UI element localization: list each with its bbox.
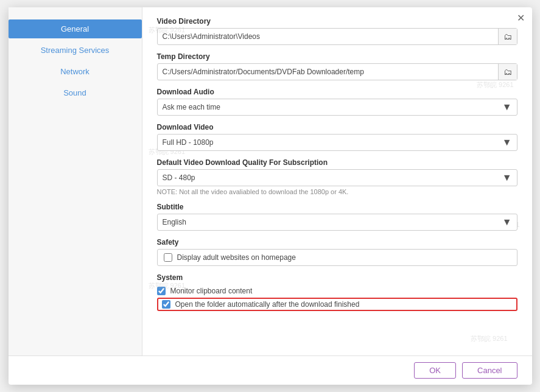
dropdown-arrow-icon: ▼: [497, 137, 517, 148]
open-folder-row: Open the folder automatically after the …: [157, 298, 517, 311]
safety-box: Display adult websites on homepage: [157, 249, 517, 266]
sidebar-item-sound[interactable]: Sound: [9, 83, 142, 102]
dropdown-arrow-icon: ▼: [497, 102, 517, 113]
system-group: System Monitor clipboard content Open th…: [157, 273, 517, 311]
temp-directory-input[interactable]: [158, 64, 498, 80]
watermark: 苏鄂皖 9261: [471, 334, 508, 343]
video-directory-row: 🗂: [157, 28, 517, 45]
dialog-footer: OK Cancel: [9, 355, 532, 385]
ok-button[interactable]: OK: [414, 362, 456, 379]
default-quality-select[interactable]: SD - 480p HD - 720p Full HD - 1080p 4K: [158, 170, 497, 186]
main-content: 苏鄂皖 9261 苏鄂皖 9261 苏鄂皖 9261 苏鄂皖 9261 苏鄂皖 …: [142, 7, 532, 355]
open-folder-checkbox[interactable]: [162, 300, 170, 309]
download-video-group: Download Video Full HD - 1080p HD - 720p…: [157, 123, 517, 151]
monitor-clipboard-label: Monitor clipboard content: [170, 287, 253, 295]
download-audio-select[interactable]: Ask me each time MP3 AAC Original: [158, 99, 497, 115]
download-audio-group: Download Audio Ask me each time MP3 AAC …: [157, 88, 517, 116]
download-video-select-row: Full HD - 1080p HD - 720p SD - 480p 4K ▼: [157, 134, 517, 151]
subtitle-select[interactable]: English Spanish French German: [158, 214, 497, 230]
adult-websites-label: Display adult websites on homepage: [177, 253, 296, 262]
sidebar-item-general[interactable]: General: [9, 19, 142, 38]
subtitle-label: Subtitle: [157, 203, 517, 211]
dropdown-arrow-icon: ▼: [497, 217, 517, 228]
download-audio-label: Download Audio: [157, 88, 517, 96]
subtitle-group: Subtitle English Spanish French German ▼: [157, 203, 517, 231]
monitor-clipboard-row: Monitor clipboard content: [157, 284, 517, 298]
video-directory-folder-btn[interactable]: 🗂: [498, 29, 517, 44]
download-video-select[interactable]: Full HD - 1080p HD - 720p SD - 480p 4K: [158, 135, 497, 150]
dialog-body: General Streaming Services Network Sound…: [9, 7, 532, 355]
default-quality-group: Default Video Download Quality For Subsc…: [157, 158, 517, 195]
sidebar-item-network[interactable]: Network: [9, 62, 142, 81]
cancel-button[interactable]: Cancel: [462, 362, 517, 379]
settings-dialog: ✕ General Streaming Services Network Sou…: [9, 7, 532, 385]
temp-directory-folder-btn[interactable]: 🗂: [498, 64, 517, 80]
safety-label: Safety: [157, 238, 517, 247]
default-quality-label: Default Video Download Quality For Subsc…: [157, 158, 517, 167]
temp-directory-group: Temp Directory 🗂: [157, 52, 517, 80]
open-folder-label: Open the folder automatically after the …: [175, 300, 360, 309]
video-directory-group: Video Directory 🗂: [157, 17, 517, 45]
quality-note: NOTE: Not all the video avaliabled to do…: [157, 188, 517, 195]
system-label: System: [157, 273, 517, 282]
default-quality-select-row: SD - 480p HD - 720p Full HD - 1080p 4K ▼: [157, 169, 517, 186]
adult-websites-checkbox[interactable]: [164, 253, 172, 262]
safety-group: Safety Display adult websites on homepag…: [157, 238, 517, 266]
sidebar: General Streaming Services Network Sound: [9, 7, 142, 355]
monitor-clipboard-checkbox[interactable]: [157, 287, 166, 295]
video-directory-label: Video Directory: [157, 17, 517, 26]
video-directory-input[interactable]: [158, 29, 498, 44]
sidebar-item-streaming[interactable]: Streaming Services: [9, 41, 142, 60]
download-video-label: Download Video: [157, 123, 517, 131]
temp-directory-label: Temp Directory: [157, 52, 517, 61]
download-audio-select-row: Ask me each time MP3 AAC Original ▼: [157, 99, 517, 116]
subtitle-select-row: English Spanish French German ▼: [157, 214, 517, 231]
dropdown-arrow-icon: ▼: [497, 172, 517, 183]
temp-directory-row: 🗂: [157, 63, 517, 80]
